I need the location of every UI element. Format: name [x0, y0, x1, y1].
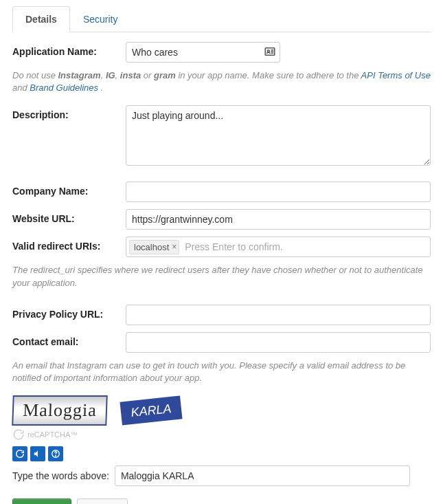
description-input[interactable]: Just playing around...: [126, 105, 431, 166]
label-contact: Contact email:: [12, 332, 126, 347]
label-redirect: Valid redirect URIs:: [12, 237, 126, 252]
captcha-help-button[interactable]: [48, 446, 63, 461]
captcha-prompt: Type the words above:: [12, 470, 109, 481]
close-icon[interactable]: ×: [172, 242, 177, 252]
captcha-audio-button[interactable]: [30, 446, 45, 461]
helper-contact: An email that Instagram can use to get i…: [12, 360, 431, 384]
recaptcha-badge: reCAPTCHA™: [12, 428, 431, 441]
app-name-input[interactable]: [126, 42, 280, 63]
svg-point-6: [56, 456, 56, 457]
captcha-images: Maloggia KARLA: [12, 395, 431, 426]
label-website: Website URL:: [12, 209, 126, 224]
helper-app-name: Do not use Instagram, IG, insta or gram …: [12, 69, 431, 94]
captcha-word-2: KARLA: [120, 396, 182, 426]
redirect-input[interactable]: [183, 239, 427, 254]
company-input[interactable]: [126, 182, 431, 202]
cancel-button[interactable]: Cancel: [77, 498, 128, 504]
tab-details[interactable]: Details: [12, 6, 70, 32]
redirect-tag-input[interactable]: localhost ×: [126, 237, 431, 257]
redirect-tag: localhost ×: [129, 240, 179, 254]
help-icon: [51, 449, 60, 459]
link-api-terms[interactable]: API Terms of Use: [361, 70, 431, 80]
link-brand-guidelines[interactable]: Brand Guidelines: [30, 83, 100, 93]
label-description: Description:: [12, 105, 126, 120]
helper-redirect: The redirect_uri specifies where we redi…: [12, 264, 431, 289]
label-privacy: Privacy Policy URL:: [12, 305, 126, 320]
captcha-word-1: Maloggia: [12, 395, 108, 426]
captcha-input[interactable]: [115, 465, 410, 486]
label-company: Company Name:: [12, 182, 126, 197]
refresh-icon: [15, 449, 25, 459]
label-app-name: Application Name:: [12, 42, 126, 57]
tab-security[interactable]: Security: [70, 6, 131, 32]
register-button[interactable]: Register: [12, 498, 71, 504]
tab-bar: Details Security: [12, 6, 431, 32]
privacy-input[interactable]: [126, 305, 431, 325]
audio-icon: [33, 449, 43, 459]
website-input[interactable]: [126, 209, 431, 230]
contact-input[interactable]: [126, 332, 431, 353]
captcha-refresh-button[interactable]: [12, 446, 27, 461]
